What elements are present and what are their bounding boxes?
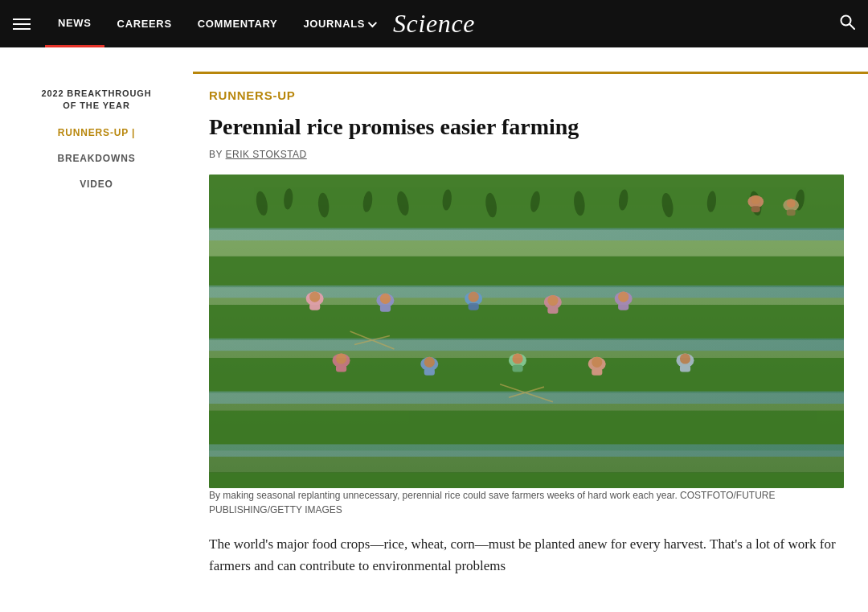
hamburger-menu[interactable] [13, 18, 31, 30]
svg-rect-40 [469, 302, 479, 310]
article-image [209, 175, 844, 488]
svg-rect-16 [209, 338, 844, 350]
svg-rect-55 [512, 364, 522, 372]
image-caption: By making seasonal replanting unnecessar… [209, 488, 844, 517]
page-wrapper: 2022 BREAKTHROUGH OF THE YEAR RUNNERS-UP… [0, 47, 868, 609]
site-logo[interactable]: Science [393, 9, 475, 39]
article-image-container: By making seasonal replanting unnecessar… [209, 175, 844, 517]
svg-rect-14 [209, 228, 844, 240]
sidebar-item-breakdowns[interactable]: BREAKDOWNS [16, 153, 177, 164]
nav-item-careers[interactable]: CAREERS [104, 0, 185, 47]
article-category-label: RUNNERS-UP [209, 88, 844, 102]
nav-link-journals[interactable]: JOURNALS [290, 0, 387, 47]
svg-point-68 [787, 199, 796, 207]
svg-rect-61 [680, 364, 690, 372]
article-title: Perennial rice promises easier farming [209, 113, 844, 141]
nav-item-journals[interactable]: JOURNALS [290, 0, 387, 47]
svg-rect-58 [592, 368, 602, 376]
svg-line-1 [850, 24, 854, 29]
svg-marker-5 [209, 256, 844, 286]
nav-link-commentary[interactable]: COMMENTARY [185, 0, 291, 47]
author-link[interactable]: ERIK STOKSTAD [226, 149, 307, 160]
svg-point-47 [618, 291, 628, 302]
byline-prefix: BY [209, 149, 223, 160]
main-content: RUNNERS-UP Perennial rice promises easie… [193, 72, 868, 609]
nav-item-commentary[interactable]: COMMENTARY [185, 0, 291, 47]
svg-marker-13 [209, 472, 844, 487]
article-body: The world's major food crops—rice, wheat… [209, 533, 844, 577]
svg-rect-15 [209, 285, 844, 298]
svg-point-41 [469, 291, 479, 302]
svg-point-62 [680, 353, 690, 364]
chevron-down-icon [368, 18, 377, 27]
svg-point-53 [424, 356, 435, 367]
svg-rect-52 [424, 368, 435, 376]
nav-links: NEWS CAREERS COMMENTARY JOURNALS [45, 0, 387, 47]
svg-point-59 [592, 356, 602, 367]
svg-point-56 [512, 353, 522, 364]
svg-rect-43 [547, 306, 558, 314]
top-navigation: NEWS CAREERS COMMENTARY JOURNALS Science [0, 0, 868, 47]
sidebar-item-runners-up[interactable]: RUNNERS-UP [16, 127, 177, 138]
sidebar-section-title: 2022 BREAKTHROUGH OF THE YEAR [16, 88, 177, 113]
svg-point-38 [380, 293, 391, 303]
sidebar-item-video[interactable]: VIDEO [16, 179, 177, 190]
article-byline: BY ERIK STOKSTAD [209, 149, 844, 160]
search-icon[interactable] [839, 14, 855, 34]
svg-rect-67 [787, 209, 796, 216]
svg-point-50 [336, 353, 346, 364]
svg-marker-9 [209, 358, 844, 393]
svg-rect-34 [309, 302, 320, 310]
svg-rect-37 [380, 305, 391, 312]
svg-rect-49 [336, 364, 346, 372]
svg-point-65 [751, 195, 760, 204]
nav-link-news[interactable]: NEWS [45, 0, 104, 47]
svg-rect-18 [209, 444, 844, 456]
svg-rect-64 [751, 206, 760, 212]
svg-marker-7 [209, 305, 844, 340]
svg-rect-46 [618, 302, 628, 310]
nav-item-news[interactable]: NEWS [45, 0, 104, 47]
sidebar: 2022 BREAKTHROUGH OF THE YEAR RUNNERS-UP… [0, 72, 193, 609]
nav-link-careers[interactable]: CAREERS [104, 0, 185, 47]
svg-point-44 [547, 295, 558, 306]
svg-point-35 [309, 291, 320, 302]
